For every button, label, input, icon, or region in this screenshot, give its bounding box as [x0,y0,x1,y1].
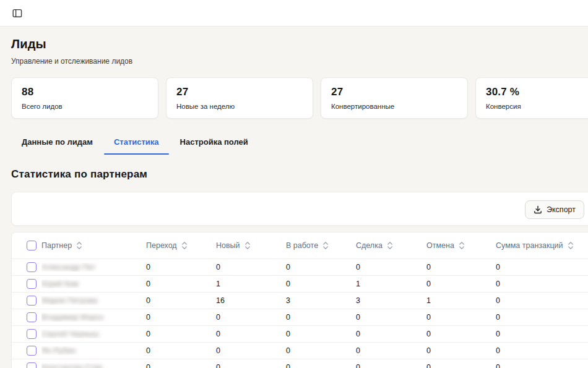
partner-cell: Владимир Мороз [41,313,146,322]
cell-value: 1 [216,280,286,288]
cell-value: 0 [356,330,426,338]
row-checkbox-cell [12,262,41,272]
partner-name-redacted: Мария Петрова [41,296,97,305]
row-checkbox-cell [12,312,41,322]
cell-value: 0 [146,346,216,355]
cell-value: 3 [356,296,426,305]
download-icon [534,205,542,214]
cell-value: 0 [496,263,588,272]
partner-cell: Мария Петрова [41,296,146,305]
row-checkbox[interactable] [27,346,37,356]
cell-value: 0 [216,346,286,355]
stat-card-conversion: 30.7 % Конверсия [475,77,588,119]
table-row: Юрий Ким 010100 [12,275,588,292]
sort-icon[interactable] [322,241,329,250]
cell-value: 0 [286,280,356,288]
column-header[interactable]: Сумма транзакций [496,241,588,250]
cell-value: 1 [426,296,496,305]
cell-value: 0 [216,263,286,272]
column-header[interactable]: В работе [286,241,356,250]
row-checkbox[interactable] [27,296,37,306]
column-header-label: Сумма транзакций [496,241,563,250]
column-header[interactable]: Переход [146,241,216,250]
stat-label: Новые за неделю [176,103,303,110]
stat-card-total-leads: 88 Всего лидов [11,77,158,119]
cell-value: 0 [426,346,496,355]
cell-value: 0 [146,330,216,338]
select-all-checkbox[interactable] [27,241,37,250]
sort-icon[interactable] [181,241,188,250]
cell-value: 0 [146,280,216,288]
stat-value: 30.7 % [486,86,588,98]
cell-value: 0 [426,313,496,322]
column-header[interactable]: Отмена [426,241,496,250]
table-body: Александр Пет 000000 Юрий Ким 010100 Мар… [12,259,588,368]
table-row: Владимир Мороз 000000 [12,309,588,325]
partner-name-redacted: Владимир Мороз [41,313,103,322]
partners-table: Партнер Переход Новый В работе Сделка От… [11,232,588,368]
row-checkbox[interactable] [27,279,37,289]
cell-value: 0 [496,313,588,322]
column-header[interactable]: Партнер [41,241,146,250]
cell-value: 0 [426,330,496,338]
cell-value: 16 [216,296,286,305]
partner-name-redacted: Юрий Ким [41,280,79,288]
column-header[interactable]: Новый [216,241,286,250]
table-row: Мария Петрова 0163310 [12,292,588,309]
cell-value: 0 [216,363,286,368]
cell-value: 0 [286,330,356,338]
panel-left-icon [12,9,22,18]
stat-label: Конверсия [486,103,588,110]
cell-value: 0 [356,313,426,322]
table-row: Александр Пет 000000 [12,259,588,275]
partner-name-redacted: Константин Стар [41,363,102,368]
table-row: Ян Рубин 000000 [12,342,588,359]
tab-field-settings[interactable]: Настройка полей [170,132,259,155]
stat-label: Конвертированные [331,103,457,110]
cell-value: 0 [286,263,356,272]
table-header-row: Партнер Переход Новый В работе Сделка От… [12,233,588,259]
stats-cards-row: 88 Всего лидов 27 Новые за неделю 27 Кон… [11,77,588,119]
column-header-label: Новый [216,241,240,250]
stat-card-new-week: 27 Новые за неделю [166,77,313,119]
stat-label: Всего лидов [22,103,148,110]
cell-value: 0 [216,330,286,338]
cell-value: 0 [426,280,496,288]
main-content: Лиды Управление и отслеживание лидов 88 … [0,37,588,368]
table-toolbar: Экспорт [11,192,588,226]
page-title: Лиды [11,37,588,51]
sort-icon[interactable] [76,241,82,250]
row-checkbox[interactable] [27,329,37,339]
partner-cell: Александр Пет [41,263,146,272]
stat-value: 27 [331,86,457,98]
stat-card-converted: 27 Конвертированные [321,77,468,119]
row-checkbox-cell [12,296,41,306]
sort-icon[interactable] [568,241,574,250]
sort-icon[interactable] [244,241,251,250]
column-header-label: Партнер [41,241,72,250]
stat-value: 27 [176,86,303,98]
tabs-bar: Данные по лидам Статистика Настройка пол… [11,132,588,155]
cell-value: 0 [216,313,286,322]
cell-value: 0 [356,263,426,272]
sort-icon[interactable] [387,241,393,250]
row-checkbox[interactable] [27,262,37,272]
tab-statistics[interactable]: Статистика [103,132,170,155]
sidebar-toggle-button[interactable] [9,4,26,22]
cell-value: 0 [146,296,216,305]
column-header-label: Переход [146,241,177,250]
cell-value: 0 [496,346,588,355]
page-subtitle: Управление и отслеживание лидов [11,57,588,66]
tab-lead-data[interactable]: Данные по лидам [11,132,103,155]
column-header[interactable]: Сделка [356,241,426,250]
row-checkbox-cell [12,346,41,356]
row-checkbox-cell [12,279,41,289]
partner-cell: Ян Рубин [41,346,146,355]
cell-value: 0 [426,363,496,368]
export-button[interactable]: Экспорт [525,200,584,219]
row-checkbox[interactable] [27,362,37,368]
sort-icon[interactable] [459,241,465,250]
column-header-label: Сделка [356,241,383,250]
row-checkbox[interactable] [27,312,37,322]
row-checkbox-cell [12,329,41,339]
